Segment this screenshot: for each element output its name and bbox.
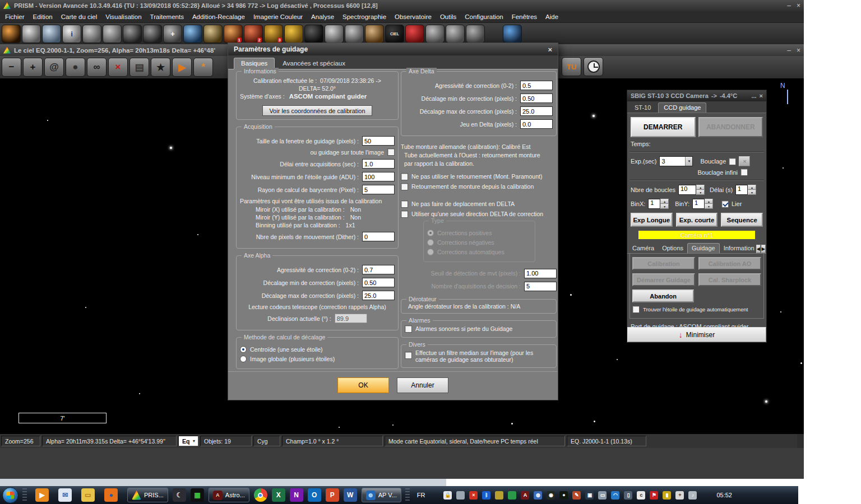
wrench-icon[interactable] xyxy=(82,25,101,43)
phase-a-icon[interactable] xyxy=(123,25,142,43)
astroart-tray-icon[interactable]: A xyxy=(521,491,529,500)
menu-traitements[interactable]: Traitements xyxy=(150,13,184,20)
sequence-button[interactable]: Sequence xyxy=(721,213,763,227)
barycenter-radius-input[interactable] xyxy=(362,185,395,194)
gear-3-icon[interactable]: 3 xyxy=(264,25,283,43)
task-prism[interactable]: PRIS... xyxy=(127,488,168,502)
media-player-icon[interactable]: ▶ xyxy=(35,488,49,502)
guide-window-size-input[interactable] xyxy=(362,136,395,146)
chart-minimize-icon[interactable]: – xyxy=(787,46,791,54)
median-filter-checkbox[interactable] xyxy=(405,352,412,359)
nvidia-icon[interactable]: ◉ xyxy=(547,491,555,500)
cancel-button[interactable]: Annuler xyxy=(397,377,448,393)
acq-delay-input[interactable] xyxy=(362,159,395,169)
camera-icon[interactable] xyxy=(2,25,21,43)
printer-icon[interactable]: ▤ xyxy=(129,58,149,77)
menu-imagerie-couleur[interactable]: Imagerie Couleur xyxy=(253,13,303,20)
task-onenote[interactable]: N xyxy=(290,488,303,502)
stepper-up-icon[interactable]: ▲ xyxy=(696,185,705,190)
mail-icon[interactable]: ✉ xyxy=(58,488,72,502)
zoom-in-icon[interactable]: + xyxy=(23,58,43,77)
clock-icon[interactable] xyxy=(584,57,603,76)
short-exposure-button[interactable]: Exp. courte xyxy=(676,213,718,227)
chart-close-icon[interactable]: × xyxy=(797,46,800,54)
global-image-radio[interactable] xyxy=(240,356,247,362)
stepper-up-icon[interactable]: ▲ xyxy=(660,199,669,204)
usb-bolt-icon[interactable] xyxy=(495,491,503,500)
stepper-up-icon[interactable]: ▲ xyxy=(705,199,713,204)
no-flip-checkbox[interactable] xyxy=(401,173,408,180)
taskbar-clock[interactable]: 05:52 xyxy=(716,492,732,498)
menu-edition[interactable]: Edition xyxy=(33,13,53,20)
subtab-information[interactable]: Information xyxy=(720,244,756,253)
task-chrome[interactable] xyxy=(254,488,267,502)
delta-backlash-input[interactable] xyxy=(520,119,553,129)
gray-button2-icon[interactable] xyxy=(446,25,465,43)
stepper-down-icon[interactable]: ▼ xyxy=(660,204,669,209)
infinite-loop-checkbox[interactable] xyxy=(740,169,748,176)
loop-count-stepper[interactable]: 10▲▼ xyxy=(678,185,705,195)
paint-icon[interactable]: ✎ xyxy=(572,491,581,500)
loop-checkbox[interactable] xyxy=(729,158,736,165)
taskbar-grip[interactable] xyxy=(405,488,410,502)
menu-fichier[interactable]: Fichier xyxy=(5,13,25,20)
dialog-titlebar[interactable]: Paramètres de guidage × xyxy=(228,43,558,55)
task-astroart[interactable]: AAstro... xyxy=(209,488,249,502)
volume-muted-icon[interactable]: ♪ xyxy=(688,491,697,500)
flip-since-calibration-checkbox[interactable] xyxy=(401,183,408,190)
task-apv[interactable]: ◍AP V... xyxy=(362,488,401,502)
main-titlebar[interactable]: PRISM - Version Avancée 10.3.49.416 {TU … xyxy=(0,0,804,11)
stepper-down-icon[interactable]: ▼ xyxy=(705,204,713,209)
link-bins-checkbox[interactable] xyxy=(721,200,729,208)
minimize-panel-button[interactable]: ↓ Minimiser xyxy=(627,327,766,342)
dither-input[interactable] xyxy=(362,232,395,241)
monitor-icon[interactable]: ▭ xyxy=(598,491,607,500)
start-button[interactable] xyxy=(2,487,18,503)
coffee-icon[interactable]: c xyxy=(637,491,645,500)
network-globe-icon[interactable] xyxy=(508,491,516,500)
gear-1-icon[interactable]: 1 xyxy=(224,25,243,43)
exposure-dropdown[interactable]: 3▼ xyxy=(659,156,693,166)
dome-icon[interactable]: ◍ xyxy=(534,491,542,500)
security-alert-icon[interactable]: × xyxy=(469,491,478,500)
universal-time-icon[interactable]: TU xyxy=(562,57,581,76)
long-exposure-button[interactable]: Exp Longue xyxy=(631,213,673,227)
subtab-camera[interactable]: Caméra xyxy=(628,244,658,253)
binx-stepper[interactable]: 1▲▼ xyxy=(648,199,669,209)
magnifier-icon[interactable] xyxy=(183,25,202,43)
camera-panel-menu-icon[interactable]: ... xyxy=(751,92,756,99)
biny-stepper[interactable]: 1▲▼ xyxy=(692,199,713,209)
decision-acquisitions-input[interactable] xyxy=(524,282,557,291)
ciel-icon[interactable]: CIEL xyxy=(385,25,404,43)
subtab-next-icon[interactable]: ▶ xyxy=(761,245,766,253)
dialog-close-icon[interactable]: × xyxy=(548,45,552,54)
menu-carte-du-ciel[interactable]: Carte du ciel xyxy=(61,13,98,20)
usb-ok-icon[interactable] xyxy=(456,491,465,500)
frame-select[interactable]: Eq▼ xyxy=(178,436,198,446)
lock-icon[interactable]: 🔒 xyxy=(443,491,452,500)
stepper-down-icon[interactable]: ▼ xyxy=(696,190,705,195)
wifi-icon[interactable]: ◠ xyxy=(611,491,619,500)
magnet-icon[interactable] xyxy=(405,25,424,43)
galaxy-icon[interactable]: @ xyxy=(44,58,64,77)
menu-addition-recalage[interactable]: Addition-Recalage xyxy=(192,13,245,20)
menu-aide[interactable]: Aide xyxy=(545,13,558,20)
menu-configuration[interactable]: Configuration xyxy=(465,13,503,20)
close-icon[interactable]: × xyxy=(797,2,800,10)
task-powerpoint[interactable]: P xyxy=(326,488,339,502)
camera-panel-close-icon[interactable]: × xyxy=(760,92,763,99)
tab-ccd-guidage[interactable]: CCD guidage xyxy=(658,102,706,113)
language-indicator[interactable]: FR xyxy=(417,492,425,498)
task-moon[interactable]: ☾ xyxy=(173,488,186,502)
minimize-icon[interactable]: – xyxy=(787,2,791,10)
tab-st10[interactable]: ST-10 xyxy=(629,103,656,113)
task-iris[interactable]: ▦ xyxy=(191,488,204,502)
gear-icon[interactable] xyxy=(203,25,223,43)
flag-error-icon[interactable]: ⚑ xyxy=(650,491,658,500)
display-icon[interactable]: ▣ xyxy=(585,491,594,500)
task-outlook[interactable]: O xyxy=(308,488,321,502)
sound-alarms-checkbox[interactable] xyxy=(405,325,412,333)
menu-fenêtres[interactable]: Fenêtres xyxy=(512,13,537,20)
no-delta-move-checkbox[interactable] xyxy=(401,200,408,208)
binoculars-icon[interactable]: ∞ xyxy=(87,58,107,77)
